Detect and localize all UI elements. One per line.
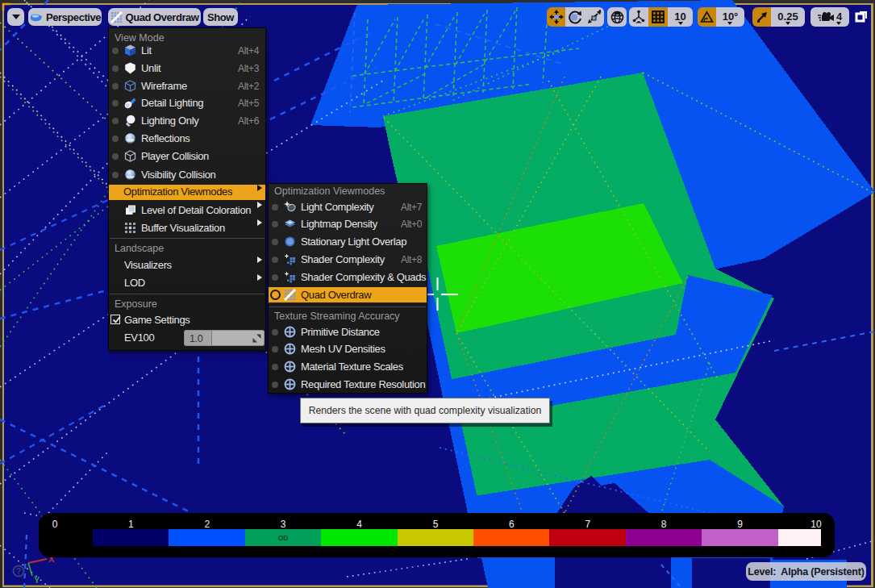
svg-text:OD: OD [278, 534, 289, 542]
svg-text:8: 8 [661, 519, 667, 530]
svg-text:1: 1 [128, 519, 134, 530]
svg-text:2: 2 [204, 519, 210, 530]
svg-text:5: 5 [433, 519, 439, 530]
svg-text:6: 6 [509, 519, 515, 530]
svg-text:7: 7 [585, 519, 590, 530]
svg-text:3: 3 [281, 519, 286, 530]
svg-text:0: 0 [52, 519, 58, 530]
svg-text:Y: Y [34, 575, 40, 585]
svg-text:9: 9 [737, 519, 743, 530]
svg-text:4: 4 [356, 519, 362, 530]
svg-text:?: ? [16, 567, 21, 576]
svg-text:10: 10 [810, 519, 822, 530]
